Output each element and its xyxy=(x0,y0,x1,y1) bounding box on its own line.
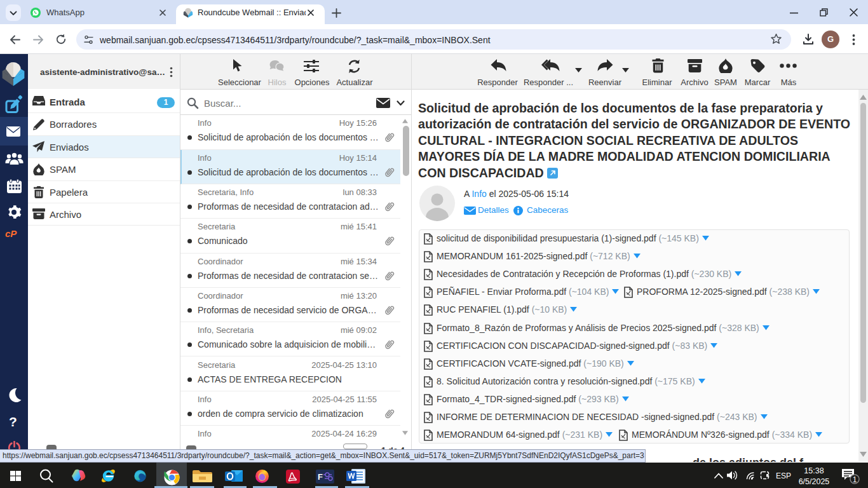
svg-text:1: 1 xyxy=(853,475,857,484)
svg-text:F: F xyxy=(318,472,323,482)
